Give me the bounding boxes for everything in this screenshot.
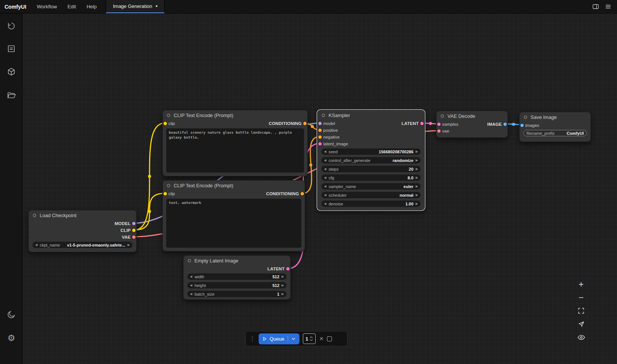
node-empty-latent-image[interactable]: Empty Latent Image LATENT ◀ width 512 ▶ … <box>183 255 291 300</box>
decrement-arrow-icon[interactable]: ◀ <box>324 194 326 197</box>
menu-workflow[interactable]: Workflow <box>32 0 62 13</box>
widget-batch-size[interactable]: ◀ batch_size 1 ▶ <box>187 291 287 297</box>
toggle-link-visibility-eye-icon[interactable] <box>576 333 586 341</box>
collapse-dot[interactable] <box>33 214 36 217</box>
increment-arrow-icon[interactable]: ▶ <box>416 202 418 205</box>
stop-icon[interactable] <box>327 336 332 341</box>
decrement-arrow-icon[interactable]: ◀ <box>190 293 192 296</box>
node-clip-text-encode-negative[interactable]: CLIP Text Encode (Prompt) clip CONDITION… <box>162 180 305 251</box>
increment-arrow-icon[interactable]: ▶ <box>416 150 418 153</box>
tab-image-generation[interactable]: Image Generation ● <box>106 0 165 13</box>
increment-arrow-icon[interactable]: ▶ <box>416 176 418 179</box>
batch-count-spinner[interactable]: 1 <box>303 333 316 344</box>
workflows-folder-icon[interactable] <box>6 90 16 100</box>
node-save-image[interactable]: Save Image images filename_prefix ComfyU… <box>519 112 591 142</box>
zoom-out-icon[interactable]: − <box>576 293 586 302</box>
input-slot-clip[interactable] <box>164 192 167 196</box>
decrement-arrow-icon[interactable]: ◀ <box>324 159 326 162</box>
collapse-dot[interactable] <box>188 259 191 262</box>
node-vae-decode[interactable]: VAE Decode samples IMAGE vae <box>436 111 508 138</box>
output-slot-latent[interactable] <box>286 267 290 271</box>
widget-width[interactable]: ◀ width 512 ▶ <box>187 273 287 280</box>
node-header[interactable]: CLIP Text Encode (Prompt) <box>163 180 305 190</box>
step-up-icon[interactable] <box>310 336 313 338</box>
input-slot-clip[interactable] <box>164 122 167 125</box>
widget-seed[interactable]: ◀ seed 156680208700286 ▶ <box>321 148 421 155</box>
node-header[interactable]: Empty Latent Image <box>184 256 290 265</box>
output-slot-clip[interactable] <box>132 229 136 232</box>
clear-queue-icon[interactable]: ✕ <box>319 336 324 342</box>
input-slot-samples[interactable] <box>437 123 441 126</box>
zoom-in-icon[interactable]: + <box>576 280 586 288</box>
increment-arrow-icon[interactable]: ▶ <box>282 293 284 296</box>
node-header[interactable]: Save Image <box>520 112 591 122</box>
input-slot-images[interactable] <box>520 124 524 127</box>
collapse-dot[interactable] <box>441 114 444 118</box>
widget-height[interactable]: ◀ height 512 ▶ <box>187 282 287 288</box>
widget-denoise[interactable]: ◀ denoise 1.00 ▶ <box>321 201 421 207</box>
prompt-textarea[interactable]: beautiful scenery nature glass bottle la… <box>166 128 304 173</box>
output-slot-model[interactable] <box>132 222 136 225</box>
input-slot-positive[interactable] <box>318 129 322 132</box>
increment-arrow-icon[interactable]: ▶ <box>416 159 418 162</box>
theme-moon-icon[interactable] <box>6 310 16 319</box>
drag-handle-icon[interactable]: ⋮ <box>250 335 255 342</box>
toggle-panel-icon[interactable] <box>592 3 599 10</box>
decrement-arrow-icon[interactable]: ◀ <box>324 176 326 179</box>
select-pointer-icon[interactable] <box>576 320 586 328</box>
node-header[interactable]: CLIP Text Encode (Prompt) <box>163 110 307 120</box>
collapse-dot[interactable] <box>167 114 170 117</box>
input-slot-negative[interactable] <box>318 136 322 139</box>
decrement-arrow-icon[interactable]: ◀ <box>190 275 192 278</box>
widget-steps[interactable]: ◀ steps 20 ▶ <box>321 166 421 172</box>
output-slot-vae[interactable] <box>132 236 136 239</box>
app-logo[interactable]: ComfyUI <box>0 0 32 13</box>
decrement-arrow-icon[interactable]: ◀ <box>324 185 326 188</box>
node-header[interactable]: Load Checkpoint <box>29 210 136 220</box>
history-icon[interactable] <box>6 21 16 31</box>
hamburger-menu-icon[interactable] <box>605 3 612 10</box>
node-clip-text-encode-positive[interactable]: CLIP Text Encode (Prompt) clip CONDITION… <box>162 110 308 176</box>
output-slot-latent[interactable] <box>420 122 424 125</box>
output-slot-image[interactable] <box>503 123 507 126</box>
widget-cfg[interactable]: ◀ cfg 8.0 ▶ <box>321 174 421 181</box>
node-header[interactable]: VAE Decode <box>437 111 507 121</box>
widget-scheduler[interactable]: ◀ scheduler normal ▶ <box>321 192 421 198</box>
fit-view-icon[interactable] <box>576 307 586 315</box>
increment-arrow-icon[interactable]: ▶ <box>282 284 284 287</box>
output-slot-conditioning[interactable] <box>303 122 307 125</box>
settings-gear-icon[interactable]: ⚙ <box>6 333 16 343</box>
prompt-textarea[interactable]: text, watermark <box>166 199 301 248</box>
menu-help[interactable]: Help <box>81 0 102 13</box>
decrement-arrow-icon[interactable]: ◀ <box>324 168 326 171</box>
node-ksampler[interactable]: KSampler model LATENT positive negative … <box>317 110 425 210</box>
output-slot-conditioning[interactable] <box>301 192 304 196</box>
widget-control-after-generate[interactable]: ◀ control_after_generate randomize ▶ <box>321 157 421 163</box>
model-library-icon[interactable] <box>6 67 16 77</box>
widget-filename-prefix[interactable]: filename_prefix ComfyUI <box>523 130 587 136</box>
menu-edit[interactable]: Edit <box>62 0 81 13</box>
widget-sampler-name[interactable]: ◀ sampler_name euler ▶ <box>321 183 421 190</box>
queue-button[interactable]: Queue <box>259 333 299 344</box>
widget-ckpt-name[interactable]: ◀ ckpt_name v1-5-pruned-emaonly.safete..… <box>32 242 133 248</box>
collapse-dot[interactable] <box>524 116 527 119</box>
decrement-arrow-icon[interactable]: ◀ <box>35 244 37 247</box>
increment-arrow-icon[interactable]: ▶ <box>416 194 418 197</box>
collapse-dot[interactable] <box>167 184 170 187</box>
decrement-arrow-icon[interactable]: ◀ <box>190 284 192 287</box>
decrement-arrow-icon[interactable]: ◀ <box>324 150 326 153</box>
collapse-dot[interactable] <box>322 114 325 117</box>
chevron-down-icon[interactable] <box>291 336 296 341</box>
increment-arrow-icon[interactable]: ▶ <box>416 185 418 188</box>
increment-arrow-icon[interactable]: ▶ <box>128 244 130 247</box>
step-down-icon[interactable] <box>310 339 313 341</box>
queue-log-icon[interactable] <box>6 44 16 54</box>
input-slot-latent-image[interactable] <box>318 142 322 146</box>
increment-arrow-icon[interactable]: ▶ <box>416 168 418 171</box>
input-slot-model[interactable] <box>318 122 322 125</box>
input-slot-vae[interactable] <box>437 130 441 133</box>
decrement-arrow-icon[interactable]: ◀ <box>324 202 326 205</box>
node-load-checkpoint[interactable]: Load Checkpoint MODEL CLIP VAE ◀ ckpt_na… <box>28 210 137 252</box>
node-header[interactable]: KSampler <box>318 110 424 120</box>
increment-arrow-icon[interactable]: ▶ <box>282 275 284 278</box>
